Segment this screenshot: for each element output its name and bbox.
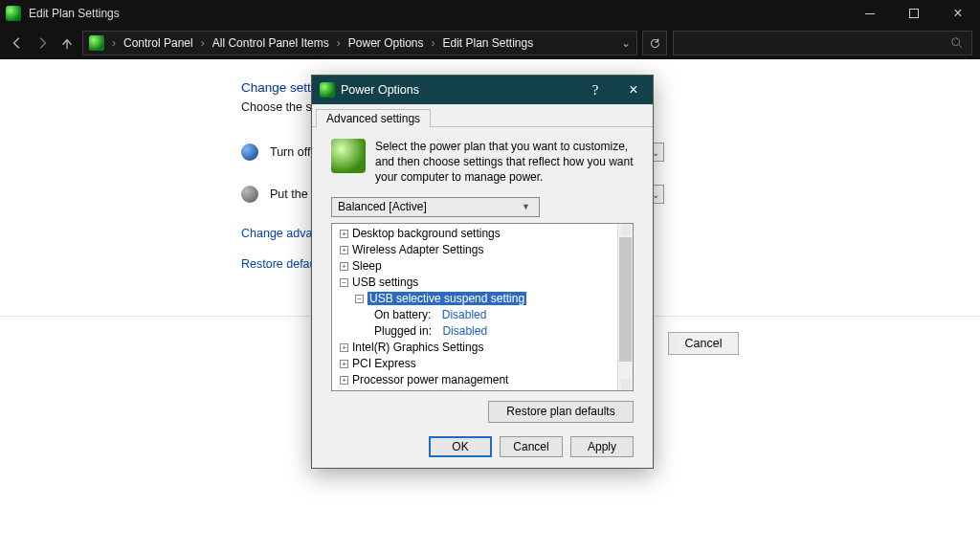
dialog-titlebar: Power Options ? ×: [312, 76, 653, 104]
dialog-description: Select the power plan that you want to c…: [375, 139, 634, 186]
tree-item[interactable]: +Sleep: [336, 258, 633, 275]
scroll-thumb[interactable]: [619, 237, 632, 362]
tree-item[interactable]: +Desktop background settings: [336, 226, 633, 242]
display-icon: [241, 143, 258, 161]
svg-point-0: [952, 38, 960, 46]
tree-item-usb[interactable]: −USB settings: [336, 275, 633, 291]
breadcrumb-item[interactable]: Power Options: [348, 36, 424, 50]
breadcrumb-item[interactable]: Control Panel: [123, 36, 193, 50]
chevron-down-icon: ▼: [519, 202, 533, 211]
power-plan-dropdown[interactable]: Balanced [Active] ▼: [331, 197, 540, 217]
forward-button[interactable]: [33, 33, 52, 53]
power-plan-selected: Balanced [Active]: [338, 200, 427, 213]
dialog-title: Power Options: [341, 83, 419, 97]
help-button[interactable]: ?: [576, 76, 614, 104]
tree-item[interactable]: +Wireless Adapter Settings: [336, 242, 633, 258]
tabstrip: Advanced settings: [312, 104, 653, 127]
apply-button[interactable]: Apply: [570, 436, 634, 457]
sleep-icon: [241, 186, 258, 203]
back-button[interactable]: [8, 33, 27, 53]
breadcrumb-item[interactable]: All Control Panel Items: [212, 36, 329, 50]
maximize-button[interactable]: [892, 0, 936, 27]
restore-plan-defaults-button[interactable]: Restore plan defaults: [488, 401, 634, 423]
dialog-close-button[interactable]: ×: [614, 76, 653, 104]
tree-item[interactable]: +Processor power management: [336, 372, 633, 388]
power-options-icon: [6, 6, 21, 21]
tree-item-on-battery[interactable]: On battery: Disabled: [336, 307, 633, 323]
tree-item-plugged-in[interactable]: Plugged in: Disabled: [336, 323, 633, 340]
power-options-dialog: Power Options ? × Advanced settings Sele…: [311, 75, 654, 469]
navbar: › Control Panel › All Control Panel Item…: [0, 27, 980, 59]
ok-button[interactable]: OK: [429, 436, 492, 457]
titlebar: Edit Plan Settings ×: [0, 0, 980, 27]
tree-item[interactable]: +PCI Express: [336, 356, 633, 372]
tab-advanced-settings[interactable]: Advanced settings: [316, 109, 431, 127]
power-plug-icon: [331, 139, 366, 173]
folder-icon: [89, 35, 104, 51]
address-bar[interactable]: › Control Panel › All Control Panel Item…: [82, 31, 637, 55]
dialog-cancel-button[interactable]: Cancel: [500, 436, 563, 457]
scrollbar[interactable]: [617, 224, 633, 390]
search-box[interactable]: [673, 31, 972, 55]
window-title: Edit Plan Settings: [29, 7, 120, 20]
refresh-button[interactable]: [642, 31, 667, 55]
power-plan-icon: [320, 82, 335, 98]
cancel-button[interactable]: Cancel: [668, 332, 739, 355]
close-button[interactable]: ×: [936, 0, 980, 27]
chevron-down-icon[interactable]: ⌄: [621, 36, 631, 50]
tree-item-usb-selective[interactable]: −USB selective suspend setting: [336, 291, 633, 307]
tree-item[interactable]: +Intel(R) Graphics Settings: [336, 340, 633, 356]
settings-tree[interactable]: +Desktop background settings +Wireless A…: [331, 223, 634, 391]
app-window: Edit Plan Settings × › Control Panel › A…: [0, 0, 980, 551]
breadcrumb-item[interactable]: Edit Plan Settings: [442, 36, 533, 50]
up-button[interactable]: [57, 33, 77, 53]
minimize-button[interactable]: [848, 0, 892, 27]
tree-item[interactable]: +Display: [336, 388, 633, 391]
